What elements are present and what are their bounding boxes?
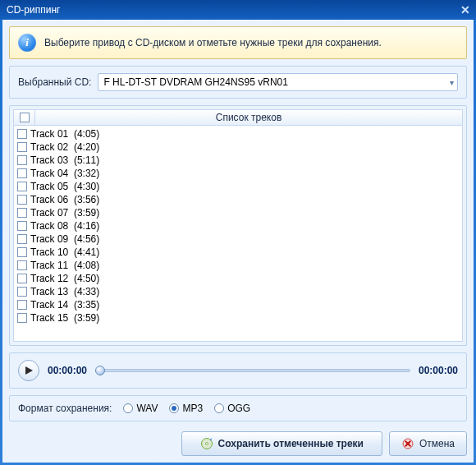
format-option-mp3[interactable]: MP3 <box>169 403 203 414</box>
radio-label: WAV <box>136 403 158 414</box>
track-label: Track 03 (5:11) <box>30 154 99 166</box>
format-options: WAVMP3OGG <box>123 403 250 414</box>
tracks-header-label: Список треков <box>35 112 462 123</box>
titlebar: CD-риппинг ✕ <box>0 0 476 20</box>
cd-ripping-dialog: CD-риппинг ✕ i Выберите привод с CD-диск… <box>0 0 476 465</box>
track-label: Track 08 (4:16) <box>30 220 99 232</box>
format-panel: Формат сохранения: WAVMP3OGG <box>9 395 467 421</box>
track-checkbox[interactable] <box>17 142 27 152</box>
track-label: Track 10 (4:41) <box>30 246 99 258</box>
track-label: Track 02 (4:20) <box>30 141 99 153</box>
track-checkbox[interactable] <box>17 208 27 218</box>
track-label: Track 06 (3:56) <box>30 194 99 205</box>
close-icon[interactable]: ✕ <box>458 2 473 17</box>
track-label: Track 09 (4:56) <box>30 233 99 245</box>
track-checkbox[interactable] <box>17 182 27 191</box>
track-checkbox[interactable] <box>17 287 27 297</box>
cd-save-icon <box>200 437 213 450</box>
cd-drive-combo[interactable]: F HL-DT-ST DVDRAM GH24NS95 vRN01 ▾ <box>98 73 458 91</box>
cancel-button[interactable]: Отмена <box>389 431 467 456</box>
info-panel: i Выберите привод с CD-диском и отметьте… <box>9 26 467 59</box>
radio-wav[interactable] <box>123 403 133 413</box>
track-row[interactable]: Track 04 (3:32) <box>17 167 459 180</box>
track-label: Track 04 (3:32) <box>30 168 99 179</box>
select-all-checkbox[interactable] <box>20 113 30 122</box>
track-label: Track 12 (4:50) <box>30 273 99 284</box>
track-label: Track 07 (3:59) <box>30 207 99 219</box>
info-text: Выберите привод с CD-диском и отметьте н… <box>44 37 382 48</box>
info-icon: i <box>18 34 36 52</box>
radio-label: OGG <box>227 403 250 414</box>
track-checkbox[interactable] <box>17 247 27 257</box>
format-option-ogg[interactable]: OGG <box>214 403 250 414</box>
tracks-panel: Список треков Track 01 (4:05)Track 02 (4… <box>9 105 467 346</box>
total-time: 00:00:00 <box>419 365 458 376</box>
slider-thumb[interactable] <box>95 366 105 375</box>
track-label: Track 01 (4:05) <box>30 128 99 140</box>
cd-select-label: Выбранный CD: <box>18 76 91 88</box>
cd-select-panel: Выбранный CD: F HL-DT-ST DVDRAM GH24NS95… <box>9 66 467 99</box>
play-icon <box>24 366 34 375</box>
track-label: Track 14 (3:35) <box>30 299 99 311</box>
track-row[interactable]: Track 10 (4:41) <box>17 246 459 259</box>
track-row[interactable]: Track 05 (4:30) <box>17 180 459 193</box>
cancel-icon <box>401 437 414 450</box>
dialog-buttons: Сохранить отмеченные треки Отмена <box>9 428 467 456</box>
track-row[interactable]: Track 03 (5:11) <box>17 154 459 167</box>
tracks-header: Список треков <box>13 109 463 126</box>
elapsed-time: 00:00:00 <box>48 365 87 376</box>
client-area: i Выберите привод с CD-диском и отметьте… <box>2 20 474 463</box>
track-row[interactable]: Track 02 (4:20) <box>17 140 459 154</box>
seek-slider[interactable] <box>95 364 410 377</box>
radio-label: MP3 <box>182 403 203 414</box>
window-title: CD-риппинг <box>7 4 458 16</box>
track-row[interactable]: Track 15 (3:59) <box>17 311 459 325</box>
svg-point-2 <box>205 443 208 445</box>
track-checkbox[interactable] <box>17 313 27 323</box>
track-checkbox[interactable] <box>17 274 27 283</box>
track-row[interactable]: Track 13 (4:33) <box>17 285 459 298</box>
chevron-down-icon: ▾ <box>450 78 454 87</box>
radio-ogg[interactable] <box>214 403 224 413</box>
select-all-cell[interactable] <box>14 110 35 125</box>
track-row[interactable]: Track 12 (4:50) <box>17 272 459 285</box>
track-checkbox[interactable] <box>17 168 27 178</box>
track-row[interactable]: Track 08 (4:16) <box>17 219 459 232</box>
track-row[interactable]: Track 14 (3:35) <box>17 298 459 311</box>
track-checkbox[interactable] <box>17 129 27 139</box>
format-label: Формат сохранения: <box>18 403 112 414</box>
track-row[interactable]: Track 07 (3:59) <box>17 206 459 219</box>
play-button[interactable] <box>18 360 39 381</box>
cd-drive-value: F HL-DT-ST DVDRAM GH24NS95 vRN01 <box>103 76 288 88</box>
track-row[interactable]: Track 01 (4:05) <box>17 127 459 140</box>
track-label: Track 15 (3:59) <box>30 312 99 324</box>
track-checkbox[interactable] <box>17 300 27 310</box>
track-row[interactable]: Track 06 (3:56) <box>17 193 459 206</box>
svg-marker-0 <box>25 366 33 375</box>
track-checkbox[interactable] <box>17 155 27 165</box>
track-row[interactable]: Track 11 (4:08) <box>17 259 459 272</box>
track-checkbox[interactable] <box>17 260 27 270</box>
slider-track <box>95 369 410 372</box>
radio-mp3[interactable] <box>169 403 179 413</box>
track-checkbox[interactable] <box>17 195 27 205</box>
save-button-label: Сохранить отмеченные треки <box>218 438 364 449</box>
save-button[interactable]: Сохранить отмеченные треки <box>181 431 382 456</box>
tracks-list[interactable]: Track 01 (4:05)Track 02 (4:20)Track 03 (… <box>13 126 463 342</box>
track-checkbox[interactable] <box>17 221 27 231</box>
track-label: Track 11 (4:08) <box>30 260 99 271</box>
cancel-button-label: Отмена <box>419 438 455 449</box>
track-label: Track 05 (4:30) <box>30 181 99 192</box>
format-option-wav[interactable]: WAV <box>123 403 158 414</box>
track-label: Track 13 (4:33) <box>30 286 99 297</box>
player-panel: 00:00:00 00:00:00 <box>9 352 467 389</box>
track-checkbox[interactable] <box>17 234 27 244</box>
track-row[interactable]: Track 09 (4:56) <box>17 232 459 246</box>
